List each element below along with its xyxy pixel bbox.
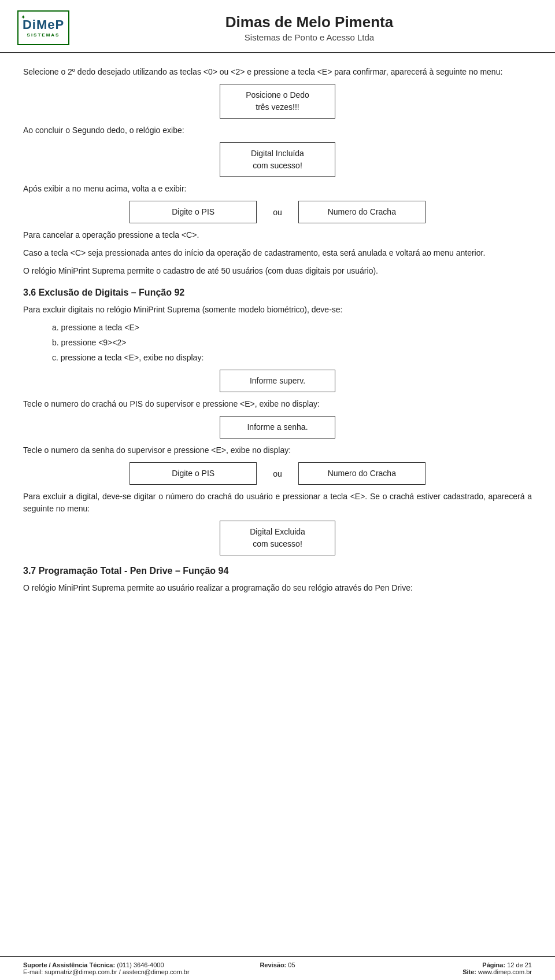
section36-intro: Para excluir digitais no relógio MiniPri… [23, 304, 532, 316]
support-label-text: Suporte / Assistência Técnica: [23, 961, 115, 968]
text2: Ao concluir o Segundo dedo, o relógio ex… [23, 124, 532, 137]
box5-line2: com sucesso! [253, 539, 302, 548]
page-value: 12 de 21 [507, 961, 532, 968]
box-pis: Digite o PIS [130, 201, 257, 223]
box1-line1: Posicione o Dedo [246, 90, 309, 100]
text9: Para excluir a digital, deve-se digitar … [23, 491, 532, 515]
ou-text-1: ou [273, 208, 282, 217]
revision-value: 05 [288, 961, 295, 968]
section37-heading: 3.7 Programação Total - Pen Drive – Funç… [23, 566, 532, 576]
pis-ou-cracha-row1: Digite o PIS ou Numero do Cracha [23, 201, 532, 223]
header-main-title: Dimas de Melo Pimenta [87, 13, 532, 31]
box2: Digital Incluída com sucesso! [220, 142, 335, 177]
box3-line1: Informe superv. [250, 376, 305, 385]
box-cracha: Numero do Cracha [298, 201, 426, 223]
header-sub-title: Sistemas de Ponto e Acesso Ltda [87, 32, 532, 42]
box-cracha-label: Numero do Cracha [328, 207, 396, 216]
logo-sistemas-text: SISTEMAS [27, 32, 60, 38]
text3: Após exibir a no menu acima, volta a e e… [23, 183, 532, 195]
logo-star-icon: ✦ [21, 14, 25, 20]
box2-line2: com sucesso! [253, 161, 302, 170]
page-label: Página: [482, 961, 505, 968]
footer-left: Suporte / Assistência Técnica: (011) 364… [23, 961, 193, 975]
logo-box: ✦ DiMeP SISTEMAS [17, 10, 69, 45]
intro-text: Selecione o 2º dedo desejado utilizando … [23, 66, 532, 78]
logo-area: ✦ DiMeP SISTEMAS [17, 10, 69, 45]
page-line: Página: 12 de 21 [362, 961, 532, 968]
site-label: Site: [462, 968, 476, 975]
text7: Tecle o numero do crachá ou PIS do super… [23, 398, 532, 410]
ou-text-2: ou [273, 469, 282, 478]
box4-line1: Informe a senha. [247, 422, 308, 432]
support-label: Suporte / Assistência Técnica: (011) 364… [23, 961, 193, 968]
text4: Para cancelar a operação pressione a tec… [23, 229, 532, 241]
section37-text: O relógio MiniPrint Suprema permite ao u… [23, 582, 532, 594]
email-line: E-mail: supmatriz@dimep.com.br / asstecn… [23, 968, 193, 975]
logo-dimep-text: DiMeP [23, 19, 64, 31]
box4-wrapper: Informe a senha. [23, 416, 532, 439]
page: ✦ DiMeP SISTEMAS Dimas de Melo Pimenta S… [0, 0, 555, 980]
site-value: www.dimep.com.br [478, 968, 532, 975]
box-pis2: Digite o PIS [130, 462, 257, 485]
revision-label: Revisão: [260, 961, 286, 968]
list-block: a. pressione a tecla <E> b. pressione <9… [40, 322, 532, 364]
pis-ou-cracha-row2: Digite o PIS ou Numero do Cracha [23, 462, 532, 485]
box-pis-label: Digite o PIS [172, 207, 214, 216]
footer-center: Revisão: 05 [193, 961, 362, 968]
support-phone: (011) 3646-4000 [117, 961, 164, 968]
box-cracha2-label: Numero do Cracha [328, 469, 396, 478]
box4: Informe a senha. [220, 416, 335, 439]
list-b: b. pressione <9><2> [52, 337, 532, 349]
list-c: c. pressione a tecla <E>, exibe no displ… [52, 352, 532, 364]
section36-heading: 3.6 Exclusão de Digitais – Função 92 [23, 288, 532, 298]
box2-line1: Digital Incluída [251, 149, 304, 158]
footer-right: Página: 12 de 21 Site: www.dimep.com.br [362, 961, 532, 975]
text6: O relógio MiniPrint Suprema permite o ca… [23, 265, 532, 277]
box1-line2: três vezes!!! [256, 102, 299, 112]
box5-line1: Digital Excluida [250, 527, 305, 536]
box2-wrapper: Digital Incluída com sucesso! [23, 142, 532, 177]
box5-wrapper: Digital Excluida com sucesso! [23, 521, 532, 555]
header-title-area: Dimas de Melo Pimenta Sistemas de Ponto … [87, 13, 532, 42]
box1-wrapper: Posicione o Dedo três vezes!!! [23, 84, 532, 119]
footer: Suporte / Assistência Técnica: (011) 364… [0, 956, 555, 980]
box1: Posicione o Dedo três vezes!!! [220, 84, 335, 119]
box-pis2-label: Digite o PIS [172, 469, 214, 478]
text5: Caso a tecla <C> seja pressionada antes … [23, 247, 532, 259]
box5: Digital Excluida com sucesso! [220, 521, 335, 555]
list-a: a. pressione a tecla <E> [52, 322, 532, 334]
box3: Informe superv. [220, 370, 335, 392]
content-area: Selecione o 2º dedo desejado utilizando … [0, 53, 555, 956]
box-cracha2: Numero do Cracha [298, 462, 426, 485]
box3-wrapper: Informe superv. [23, 370, 532, 392]
text8: Tecle o numero da senha do supervisor e … [23, 444, 532, 456]
site-line: Site: www.dimep.com.br [362, 968, 532, 975]
header: ✦ DiMeP SISTEMAS Dimas de Melo Pimenta S… [0, 0, 555, 53]
